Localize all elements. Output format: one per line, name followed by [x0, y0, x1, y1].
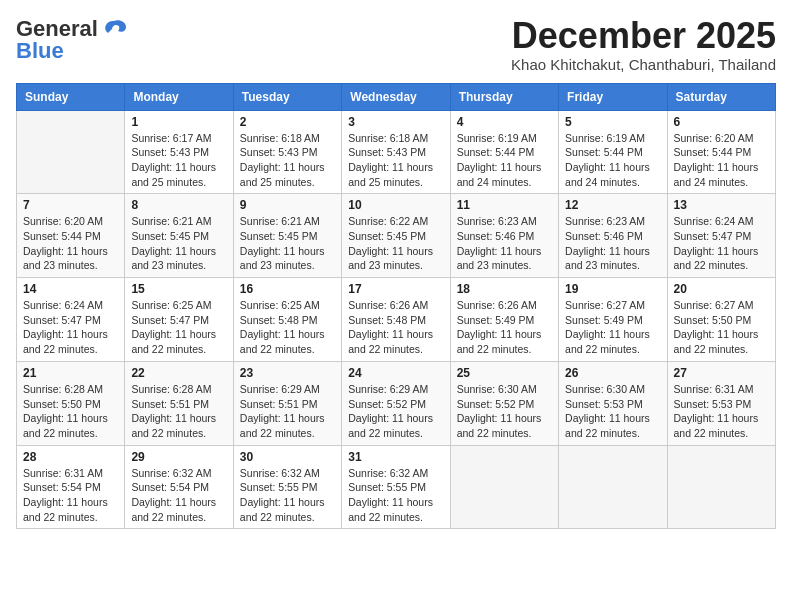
- cell-day-number: 7: [23, 198, 118, 212]
- cell-day-number: 5: [565, 115, 660, 129]
- calendar-cell: 14Sunrise: 6:24 AM Sunset: 5:47 PM Dayli…: [17, 278, 125, 362]
- cell-info: Sunrise: 6:21 AM Sunset: 5:45 PM Dayligh…: [131, 214, 226, 273]
- cell-info: Sunrise: 6:24 AM Sunset: 5:47 PM Dayligh…: [674, 214, 769, 273]
- cell-info: Sunrise: 6:32 AM Sunset: 5:55 PM Dayligh…: [348, 466, 443, 525]
- cell-day-number: 8: [131, 198, 226, 212]
- cell-day-number: 31: [348, 450, 443, 464]
- cell-day-number: 27: [674, 366, 769, 380]
- calendar-cell: 25Sunrise: 6:30 AM Sunset: 5:52 PM Dayli…: [450, 361, 558, 445]
- cell-info: Sunrise: 6:26 AM Sunset: 5:49 PM Dayligh…: [457, 298, 552, 357]
- cell-day-number: 18: [457, 282, 552, 296]
- calendar-cell: 17Sunrise: 6:26 AM Sunset: 5:48 PM Dayli…: [342, 278, 450, 362]
- cell-day-number: 1: [131, 115, 226, 129]
- calendar-cell: 2Sunrise: 6:18 AM Sunset: 5:43 PM Daylig…: [233, 110, 341, 194]
- cell-day-number: 19: [565, 282, 660, 296]
- weekday-header-cell: Sunday: [17, 83, 125, 110]
- calendar-cell: 15Sunrise: 6:25 AM Sunset: 5:47 PM Dayli…: [125, 278, 233, 362]
- cell-info: Sunrise: 6:26 AM Sunset: 5:48 PM Dayligh…: [348, 298, 443, 357]
- cell-day-number: 29: [131, 450, 226, 464]
- cell-day-number: 3: [348, 115, 443, 129]
- cell-day-number: 11: [457, 198, 552, 212]
- calendar-cell: 27Sunrise: 6:31 AM Sunset: 5:53 PM Dayli…: [667, 361, 775, 445]
- calendar-cell: 7Sunrise: 6:20 AM Sunset: 5:44 PM Daylig…: [17, 194, 125, 278]
- weekday-header-row: SundayMondayTuesdayWednesdayThursdayFrid…: [17, 83, 776, 110]
- calendar-cell: 10Sunrise: 6:22 AM Sunset: 5:45 PM Dayli…: [342, 194, 450, 278]
- calendar-week-row: 28Sunrise: 6:31 AM Sunset: 5:54 PM Dayli…: [17, 445, 776, 529]
- title-area: December 2025 Khao Khitchakut, Chanthabu…: [511, 16, 776, 73]
- logo-bird-icon: [100, 19, 128, 39]
- cell-info: Sunrise: 6:28 AM Sunset: 5:50 PM Dayligh…: [23, 382, 118, 441]
- calendar-cell: [450, 445, 558, 529]
- logo-blue: Blue: [16, 38, 64, 64]
- cell-day-number: 13: [674, 198, 769, 212]
- cell-day-number: 28: [23, 450, 118, 464]
- calendar-cell: 4Sunrise: 6:19 AM Sunset: 5:44 PM Daylig…: [450, 110, 558, 194]
- calendar-cell: 6Sunrise: 6:20 AM Sunset: 5:44 PM Daylig…: [667, 110, 775, 194]
- calendar-cell: 9Sunrise: 6:21 AM Sunset: 5:45 PM Daylig…: [233, 194, 341, 278]
- cell-day-number: 14: [23, 282, 118, 296]
- cell-info: Sunrise: 6:30 AM Sunset: 5:52 PM Dayligh…: [457, 382, 552, 441]
- calendar-body: 1Sunrise: 6:17 AM Sunset: 5:43 PM Daylig…: [17, 110, 776, 529]
- cell-info: Sunrise: 6:17 AM Sunset: 5:43 PM Dayligh…: [131, 131, 226, 190]
- calendar-cell: 11Sunrise: 6:23 AM Sunset: 5:46 PM Dayli…: [450, 194, 558, 278]
- cell-day-number: 21: [23, 366, 118, 380]
- calendar-cell: 24Sunrise: 6:29 AM Sunset: 5:52 PM Dayli…: [342, 361, 450, 445]
- weekday-header-cell: Wednesday: [342, 83, 450, 110]
- calendar-cell: 13Sunrise: 6:24 AM Sunset: 5:47 PM Dayli…: [667, 194, 775, 278]
- calendar-cell: [667, 445, 775, 529]
- calendar-cell: 1Sunrise: 6:17 AM Sunset: 5:43 PM Daylig…: [125, 110, 233, 194]
- calendar-cell: 29Sunrise: 6:32 AM Sunset: 5:54 PM Dayli…: [125, 445, 233, 529]
- calendar-cell: [559, 445, 667, 529]
- cell-day-number: 6: [674, 115, 769, 129]
- calendar-cell: 31Sunrise: 6:32 AM Sunset: 5:55 PM Dayli…: [342, 445, 450, 529]
- cell-info: Sunrise: 6:32 AM Sunset: 5:54 PM Dayligh…: [131, 466, 226, 525]
- weekday-header-cell: Tuesday: [233, 83, 341, 110]
- cell-day-number: 2: [240, 115, 335, 129]
- calendar-cell: 22Sunrise: 6:28 AM Sunset: 5:51 PM Dayli…: [125, 361, 233, 445]
- cell-day-number: 10: [348, 198, 443, 212]
- calendar-week-row: 21Sunrise: 6:28 AM Sunset: 5:50 PM Dayli…: [17, 361, 776, 445]
- cell-day-number: 25: [457, 366, 552, 380]
- cell-day-number: 12: [565, 198, 660, 212]
- cell-info: Sunrise: 6:19 AM Sunset: 5:44 PM Dayligh…: [457, 131, 552, 190]
- cell-info: Sunrise: 6:29 AM Sunset: 5:51 PM Dayligh…: [240, 382, 335, 441]
- cell-info: Sunrise: 6:22 AM Sunset: 5:45 PM Dayligh…: [348, 214, 443, 273]
- calendar-week-row: 14Sunrise: 6:24 AM Sunset: 5:47 PM Dayli…: [17, 278, 776, 362]
- calendar-cell: 16Sunrise: 6:25 AM Sunset: 5:48 PM Dayli…: [233, 278, 341, 362]
- cell-day-number: 30: [240, 450, 335, 464]
- cell-info: Sunrise: 6:25 AM Sunset: 5:47 PM Dayligh…: [131, 298, 226, 357]
- cell-info: Sunrise: 6:30 AM Sunset: 5:53 PM Dayligh…: [565, 382, 660, 441]
- calendar-cell: 18Sunrise: 6:26 AM Sunset: 5:49 PM Dayli…: [450, 278, 558, 362]
- cell-info: Sunrise: 6:20 AM Sunset: 5:44 PM Dayligh…: [674, 131, 769, 190]
- calendar-cell: 19Sunrise: 6:27 AM Sunset: 5:49 PM Dayli…: [559, 278, 667, 362]
- cell-day-number: 9: [240, 198, 335, 212]
- cell-day-number: 4: [457, 115, 552, 129]
- cell-day-number: 20: [674, 282, 769, 296]
- weekday-header-cell: Thursday: [450, 83, 558, 110]
- cell-day-number: 22: [131, 366, 226, 380]
- weekday-header-cell: Saturday: [667, 83, 775, 110]
- calendar-cell: 21Sunrise: 6:28 AM Sunset: 5:50 PM Dayli…: [17, 361, 125, 445]
- cell-info: Sunrise: 6:18 AM Sunset: 5:43 PM Dayligh…: [348, 131, 443, 190]
- calendar-cell: 5Sunrise: 6:19 AM Sunset: 5:44 PM Daylig…: [559, 110, 667, 194]
- cell-info: Sunrise: 6:31 AM Sunset: 5:54 PM Dayligh…: [23, 466, 118, 525]
- cell-info: Sunrise: 6:20 AM Sunset: 5:44 PM Dayligh…: [23, 214, 118, 273]
- calendar-cell: 23Sunrise: 6:29 AM Sunset: 5:51 PM Dayli…: [233, 361, 341, 445]
- month-title: December 2025: [511, 16, 776, 56]
- cell-day-number: 16: [240, 282, 335, 296]
- cell-info: Sunrise: 6:21 AM Sunset: 5:45 PM Dayligh…: [240, 214, 335, 273]
- calendar-week-row: 1Sunrise: 6:17 AM Sunset: 5:43 PM Daylig…: [17, 110, 776, 194]
- cell-info: Sunrise: 6:25 AM Sunset: 5:48 PM Dayligh…: [240, 298, 335, 357]
- cell-info: Sunrise: 6:19 AM Sunset: 5:44 PM Dayligh…: [565, 131, 660, 190]
- calendar-cell: [17, 110, 125, 194]
- cell-info: Sunrise: 6:24 AM Sunset: 5:47 PM Dayligh…: [23, 298, 118, 357]
- calendar-table: SundayMondayTuesdayWednesdayThursdayFrid…: [16, 83, 776, 530]
- cell-day-number: 24: [348, 366, 443, 380]
- cell-info: Sunrise: 6:32 AM Sunset: 5:55 PM Dayligh…: [240, 466, 335, 525]
- calendar-cell: 8Sunrise: 6:21 AM Sunset: 5:45 PM Daylig…: [125, 194, 233, 278]
- calendar-cell: 12Sunrise: 6:23 AM Sunset: 5:46 PM Dayli…: [559, 194, 667, 278]
- logo: General Blue: [16, 16, 128, 64]
- calendar-week-row: 7Sunrise: 6:20 AM Sunset: 5:44 PM Daylig…: [17, 194, 776, 278]
- calendar-cell: 26Sunrise: 6:30 AM Sunset: 5:53 PM Dayli…: [559, 361, 667, 445]
- location-title: Khao Khitchakut, Chanthaburi, Thailand: [511, 56, 776, 73]
